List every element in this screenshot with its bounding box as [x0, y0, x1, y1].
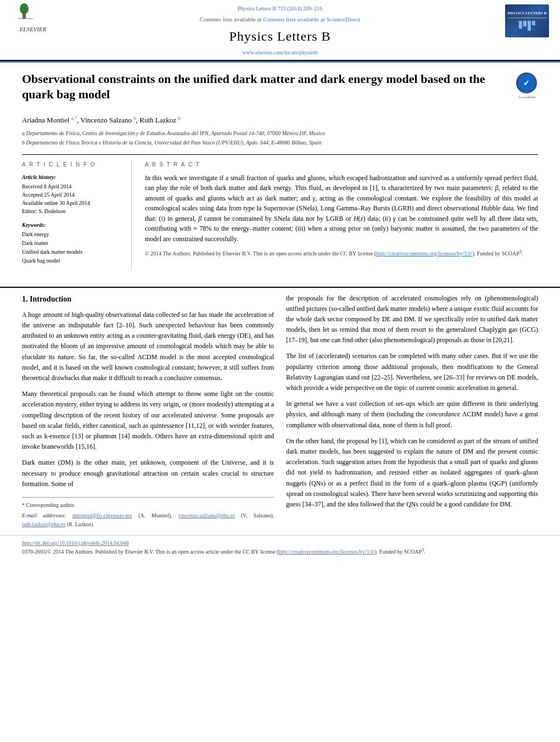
affiliation-a: a Departamento de Física, Centro de Inve… [22, 129, 538, 137]
editor: Editor: S. Dodelson [22, 207, 124, 215]
intro-number: 1. [22, 295, 28, 303]
doi-footer: http://dx.doi.org/10.1016/j.physletb.201… [0, 535, 560, 559]
journal-meta: Physics Letters B 733 (2014) 209–216 [66, 4, 494, 13]
footnote-emails: E-mail addresses: amontiel@fis.cinvestav… [22, 511, 274, 529]
history-label: Article history: [22, 173, 124, 181]
footer-license-link[interactable]: http://creativecommons.org/licenses/by/3… [278, 549, 374, 555]
two-col-content: 1. Introduction A huge amount of high-qu… [22, 293, 538, 531]
license-link[interactable]: http://creativecommons.org/licenses/by/3… [376, 250, 472, 256]
journal-logo-right: PHYSICS LETTERS B [505, 4, 549, 37]
elsevier-logo-svg [13, 2, 53, 23]
article-body: Observational constraints on the unified… [0, 63, 560, 287]
logo-text: PHYSICS LETTERS B [508, 11, 547, 16]
intro-para-2: Many theoretical proposals can be found … [22, 389, 274, 452]
crossmark-label: CrossMark [516, 94, 538, 101]
keywords-label: Keywords: [22, 221, 124, 229]
journal-url[interactable]: www.elsevier.com/locate/physletb [66, 48, 494, 57]
article-info-col: A R T I C L E I N F O Article history: R… [22, 160, 132, 270]
article-info-abstract: A R T I C L E I N F O Article history: R… [22, 154, 538, 270]
email-link-3[interactable]: ruth.lazkoz@ehu.es [22, 521, 65, 527]
email-link-2[interactable]: vincenzo.salzano@ehu.es [178, 512, 235, 518]
elsevier-logo: ELSEVIER [11, 4, 55, 32]
right-para-4: On the other hand, the proposal by [1], … [286, 436, 538, 510]
contents-line: Contents lists available at Contents lis… [66, 15, 494, 24]
svg-point-1 [20, 3, 29, 14]
authors: Ariadna Montiel a,*, Vincenzo Salzano b,… [22, 115, 538, 126]
license-text: © 2014 The Authors. Published by Elsevie… [145, 249, 538, 258]
article-title: Observational constraints on the unified… [22, 71, 511, 103]
footnote-section: * Corresponding author. E-mail addresses… [22, 497, 274, 529]
left-col: 1. Introduction A huge amount of high-qu… [22, 293, 274, 531]
received-date: Received 8 April 2014 [22, 182, 124, 191]
issn-line: 0370-2693/© 2014 The Authors. Published … [22, 549, 425, 555]
abstract-label: A B S T R A C T [145, 160, 538, 169]
footnote-corresponding: * Corresponding author. [22, 501, 274, 510]
logo-bars [519, 21, 535, 31]
svg-rect-0 [13, 2, 53, 23]
crossmark-logo: ✓ CrossMark [516, 72, 538, 94]
keyword-3: Unified dark matter models [22, 248, 124, 256]
accepted-date: Accepted 25 April 2014 [22, 191, 124, 199]
right-para-2: The list of (accelerated) scenarios can … [286, 351, 538, 393]
keyword-1: Dark energy [22, 230, 124, 238]
article-history: Article history: Received 8 April 2014 A… [22, 173, 124, 215]
intro-heading: 1. Introduction [22, 293, 274, 305]
affiliation-b: b Departamento de Física Teórica e Histo… [22, 138, 538, 147]
right-col: the proposals for the description of acc… [286, 293, 538, 531]
journal-name: Physics Letters B [66, 26, 494, 46]
svg-rect-2 [23, 13, 26, 19]
crossmark-svg: ✓ [517, 74, 536, 92]
title-row: Observational constraints on the unified… [22, 71, 538, 109]
page-container: ELSEVIER Physics Letters B 733 (2014) 20… [0, 0, 560, 559]
svg-text:✓: ✓ [523, 79, 530, 87]
intro-para-3: Dark matter (DM) is the other main, yet … [22, 458, 274, 489]
sciencedirect-link[interactable]: Contents lists available at ScienceDirec… [263, 16, 360, 23]
abstract-text: In this work we investigate if a small f… [145, 173, 538, 244]
journal-title-block: Physics Letters B 733 (2014) 209–216 Con… [55, 4, 505, 57]
keywords-group: Keywords: Dark energy Dark matter Unifie… [22, 221, 124, 265]
article-info-label: A R T I C L E I N F O [22, 160, 124, 169]
keyword-2: Dark matter [22, 239, 124, 247]
right-para-1: the proposals for the description of acc… [286, 293, 538, 346]
intro-para-1: A huge amount of high-quality observatio… [22, 310, 274, 383]
elsevier-wordmark: ELSEVIER [20, 25, 47, 34]
right-para-3: In general we have a vast collection of … [286, 399, 538, 431]
available-date: Available online 30 April 2014 [22, 199, 124, 207]
keyword-list: Dark energy Dark matter Unified dark mat… [22, 230, 124, 265]
affiliations: a Departamento de Física, Centro de Inve… [22, 129, 538, 147]
keyword-4: Quark bag model [22, 256, 124, 265]
abstract-col: A B S T R A C T In this work we investig… [145, 160, 538, 270]
main-content: 1. Introduction A huge amount of high-qu… [0, 287, 560, 531]
email-link-1[interactable]: amontiel@fis.cinvestav.mx [72, 512, 132, 518]
crossmark-circle: ✓ [516, 72, 537, 93]
journal-header: ELSEVIER Physics Letters B 733 (2014) 20… [0, 0, 560, 61]
doi-link[interactable]: http://dx.doi.org/10.1016/j.physletb.201… [22, 540, 129, 546]
